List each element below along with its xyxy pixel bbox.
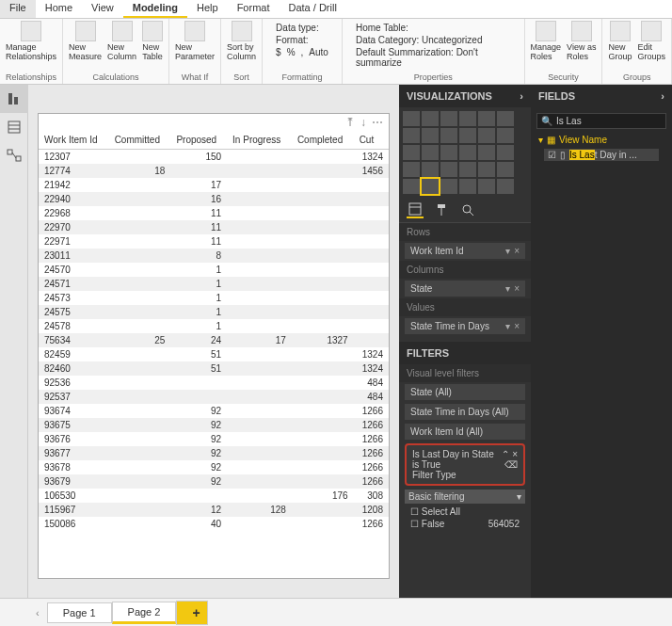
table-row[interactable]: 245701 [39,263,389,277]
remove-icon[interactable]: × [514,246,520,256]
viz-type[interactable] [440,179,457,194]
table-row[interactable]: 2194217 [39,178,389,192]
table-row[interactable]: 245751 [39,305,389,319]
table-row[interactable]: 245711 [39,277,389,291]
new-group-button[interactable]: New Group [608,21,632,61]
matrix-visual[interactable]: ⤒ ↓ ⋯ Work Item IdCommittedProposedIn Pr… [38,113,390,579]
viz-type[interactable] [497,145,514,160]
viz-type[interactable] [422,145,439,160]
defaultsum-label[interactable]: Default Summarization: Don't summarize [356,47,511,68]
column-header[interactable]: Committed [109,131,171,150]
collapse-viz-icon[interactable]: › [520,90,523,102]
format-label[interactable]: Format: [276,35,328,45]
remove-icon[interactable]: × [514,283,520,294]
values-field-well[interactable]: State Time in Days▾× [405,318,525,334]
column-header[interactable]: Proposed [170,131,227,150]
format-tab-icon[interactable] [433,201,450,218]
columns-field-well[interactable]: State▾× [405,281,525,297]
viz-type[interactable] [497,111,514,126]
chevron-down-icon[interactable]: ▾ [505,321,510,331]
auto-decimals-button[interactable]: Auto [309,47,328,57]
table-row[interactable]: 93676921266 [39,432,389,446]
table-row[interactable]: 93679921266 [39,474,389,489]
column-header[interactable]: Cut [354,131,389,150]
new-table-button[interactable]: New Table [142,21,163,61]
manage-relationships-button[interactable]: Manage Relationships [6,21,56,61]
menu-view[interactable]: View [82,0,123,18]
viz-type[interactable] [497,179,514,194]
table-row[interactable]: 93674921266 [39,404,389,418]
viz-type[interactable] [478,179,495,194]
table-row[interactable]: 756342524171327 [39,333,389,347]
viz-type[interactable] [497,162,514,177]
edit-groups-button[interactable]: Edit Groups [637,21,665,61]
table-row[interactable]: 93677921266 [39,446,389,460]
filter-opt-false[interactable]: ☐ False564052 [405,518,525,530]
chevron-down-icon[interactable]: ▾ [505,283,510,294]
table-row[interactable]: 93678921266 [39,460,389,474]
table-row[interactable]: 106530176308 [39,489,389,503]
table-row[interactable]: 82460511324 [39,361,389,376]
viz-type[interactable] [403,179,420,194]
analytics-tab-icon[interactable] [459,201,476,218]
viz-type[interactable] [478,111,495,126]
manage-roles-button[interactable]: Manage Roles [531,21,562,61]
new-column-button[interactable]: New Column [107,21,136,61]
menu-file[interactable]: File [0,0,36,18]
table-row[interactable]: 2297011 [39,220,389,234]
table-row[interactable]: 230118 [39,249,389,263]
table-row[interactable]: 150086401266 [39,517,389,531]
model-view-button[interactable] [0,141,28,169]
menu-datadrill[interactable]: Data / Drill [279,0,345,18]
menu-modeling[interactable]: Modeling [123,0,187,18]
remove-icon[interactable]: × [514,321,520,331]
viz-type[interactable] [440,111,457,126]
fields-search[interactable]: 🔍 [536,113,666,129]
drill-up-icon[interactable]: ⤒ [345,116,355,129]
search-input[interactable] [556,116,662,126]
menu-help[interactable]: Help [187,0,228,18]
field-item[interactable]: ☑▯ Is Last Day in ... [544,149,659,161]
menu-format[interactable]: Format [228,0,280,18]
new-measure-button[interactable]: New Measure [69,21,102,61]
hometable-label[interactable]: Home Table: [356,23,511,33]
collapse-icon[interactable]: ⌃ [502,449,509,459]
table-row[interactable]: 245731 [39,291,389,305]
viz-type[interactable] [440,162,457,177]
viz-type[interactable] [497,128,514,143]
page-tab-2[interactable]: Page 2 [112,602,177,624]
currency-button[interactable]: $ [276,47,281,57]
comma-button[interactable]: , [301,47,304,57]
add-page-button[interactable]: + [176,601,208,625]
column-header[interactable]: Completed [292,131,354,150]
new-parameter-button[interactable]: New Parameter [175,21,215,61]
sort-by-column-button[interactable]: Sort by Column [227,21,256,61]
table-row[interactable]: 82459511324 [39,347,389,361]
table-row[interactable]: 92537484 [39,390,389,404]
viz-type[interactable] [459,179,476,194]
viz-type[interactable] [422,162,439,177]
data-view-button[interactable] [0,113,28,141]
table-row[interactable]: 245781 [39,319,389,333]
drill-down-icon[interactable]: ↓ [360,116,366,129]
view-as-roles-button[interactable]: View as Roles [567,21,596,61]
viz-type[interactable] [459,111,476,126]
viz-type[interactable] [422,111,439,126]
filter-type-select[interactable]: Basic filtering▾ [405,490,525,504]
collapse-fields-icon[interactable]: › [661,90,664,102]
table-row[interactable]: 123071501324 [39,150,389,165]
table-row[interactable]: 2296811 [39,206,389,220]
fields-tab-icon[interactable] [407,201,424,218]
viz-type[interactable] [478,162,495,177]
table-row[interactable]: 12774181456 [39,164,389,178]
filter-statetime[interactable]: State Time in Days (All) [405,404,525,420]
viz-type[interactable] [478,128,495,143]
column-header[interactable]: Work Item Id [39,131,109,150]
filter-state[interactable]: State (All) [405,384,525,400]
viz-type[interactable] [459,162,476,177]
viz-type[interactable] [403,162,420,177]
datatype-label[interactable]: Data type: [276,23,328,33]
field-table[interactable]: ▾ ▦ View Name [538,135,664,145]
table-row[interactable]: 92536484 [39,376,389,390]
chevron-down-icon[interactable]: ▾ [505,246,510,256]
